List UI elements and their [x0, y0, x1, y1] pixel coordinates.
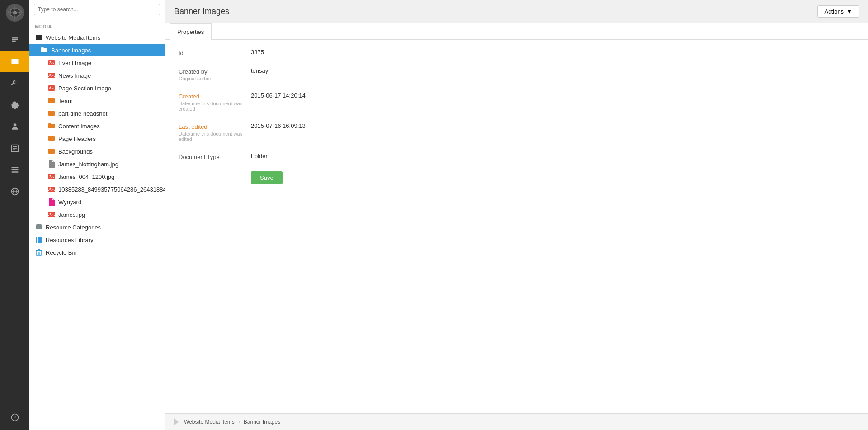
- breadcrumb: Website Media Items › Banner Images: [165, 413, 868, 430]
- app-logo: [6, 4, 24, 22]
- tree-item-label: Resource Categories: [46, 224, 101, 231]
- prop-label-created: Created Date/time this document was crea…: [179, 92, 251, 112]
- prop-row-id: Id 3875: [179, 49, 854, 56]
- folder-orange-icon: [47, 135, 56, 143]
- tab-properties[interactable]: Properties: [170, 23, 212, 40]
- prop-value-created-by: tensay: [251, 67, 268, 74]
- tree-item-label: Recycle Bin: [46, 249, 77, 256]
- tree-sidebar: MEDIA Website Media Items Banner Images …: [29, 0, 165, 430]
- nav-tools-icon[interactable]: [0, 72, 29, 94]
- svg-rect-16: [11, 167, 18, 168]
- tree-item-team[interactable]: Team: [29, 94, 165, 107]
- prop-value-last-edited: 2015-07-16 16:09:13: [251, 122, 306, 129]
- tree-item-label: part-time headshot: [58, 110, 107, 117]
- svg-rect-9: [11, 59, 18, 64]
- prop-value-created: 2015-06-17 14:20:14: [251, 92, 306, 99]
- nav-translation-icon[interactable]: [0, 181, 29, 202]
- svg-text:?: ?: [13, 415, 16, 420]
- recycle-bin-icon: [35, 248, 43, 257]
- nav-data-icon[interactable]: [0, 159, 29, 181]
- tree-item-label: Event Image: [58, 60, 91, 66]
- prop-label-last-edited: Last edited Date/time this document was …: [179, 122, 251, 142]
- tree-item-banner-images[interactable]: Banner Images: [29, 44, 165, 56]
- image-file-icon: [47, 173, 56, 181]
- prop-row-save: Save: [179, 171, 854, 184]
- svg-rect-39: [39, 237, 41, 243]
- svg-rect-28: [48, 85, 55, 91]
- tree-item-label: Backgrounds: [58, 148, 93, 155]
- save-button[interactable]: Save: [251, 171, 283, 184]
- tree-item-event-image[interactable]: Event Image: [29, 56, 165, 69]
- file-icon: [47, 160, 56, 168]
- tree-item-resources-library[interactable]: Resources Library: [29, 234, 165, 246]
- tree-item-website-media[interactable]: Website Media Items: [29, 31, 165, 44]
- tree-item-resource-categories[interactable]: Resource Categories: [29, 221, 165, 234]
- svg-rect-17: [11, 169, 18, 170]
- tree-item-page-headers[interactable]: Page Headers: [29, 132, 165, 145]
- tree-item-james-004[interactable]: James_004_1200.jpg: [29, 170, 165, 183]
- tree-item-label: Content Images: [58, 123, 100, 130]
- image-file-icon: [47, 59, 56, 67]
- tree-item-label: Page Section Image: [58, 85, 111, 92]
- svg-rect-18: [11, 171, 18, 173]
- tree-item-label: James.jpg: [58, 211, 85, 218]
- nav-help-icon[interactable]: ?: [0, 407, 29, 428]
- tree-item-label: Wynyard: [58, 199, 81, 206]
- image-file-icon: [47, 185, 56, 193]
- svg-rect-38: [38, 237, 39, 243]
- svg-point-11: [13, 123, 16, 126]
- tree-item-label: James_004_1200.jpg: [58, 173, 114, 180]
- svg-rect-7: [12, 39, 18, 40]
- tree-item-recycle-bin[interactable]: Recycle Bin: [29, 246, 165, 259]
- prop-row-created-by: Created by Original author tensay: [179, 67, 854, 81]
- actions-chevron-icon: ▼: [846, 8, 852, 15]
- breadcrumb-item-1: Website Media Items: [184, 419, 235, 425]
- tree-item-content-images[interactable]: Content Images: [29, 120, 165, 132]
- tree-item-10385283[interactable]: 10385283_849935775064286_264318846475: [29, 183, 165, 196]
- prop-value-id: 3875: [251, 49, 264, 56]
- tree-item-backgrounds[interactable]: Backgrounds: [29, 145, 165, 158]
- tree-item-page-section-image[interactable]: Page Section Image: [29, 82, 165, 94]
- prop-label-created-by: Created by Original author: [179, 67, 251, 81]
- icon-sidebar: ?: [0, 0, 29, 430]
- tree-item-wynyard[interactable]: Wynyard: [29, 196, 165, 208]
- tree-item-label: 10385283_849935775064286_264318846475: [58, 186, 165, 193]
- page-title: Banner Images: [174, 7, 229, 16]
- tabs-bar: Properties: [165, 23, 868, 40]
- tree-item-label: Banner Images: [51, 47, 91, 54]
- image-file-icon: [47, 210, 56, 219]
- folder-orange-icon: [47, 97, 56, 105]
- properties-panel: Id 3875 Created by Original author tensa…: [165, 40, 868, 204]
- svg-rect-24: [48, 60, 55, 65]
- tree-item-label: Page Headers: [58, 136, 96, 142]
- svg-rect-8: [12, 41, 15, 42]
- tree-item-label: Team: [58, 98, 73, 104]
- nav-users-icon[interactable]: [0, 116, 29, 137]
- nav-media-icon[interactable]: [0, 51, 29, 72]
- actions-label: Actions: [824, 8, 844, 15]
- svg-rect-32: [48, 187, 55, 192]
- database-icon: [35, 223, 43, 231]
- svg-rect-34: [48, 212, 55, 217]
- svg-rect-26: [48, 73, 55, 78]
- actions-button[interactable]: Actions ▼: [817, 5, 859, 18]
- tree-item-james-nottingham[interactable]: James_Nottingham.jpg: [29, 158, 165, 170]
- tree-item-part-time-headshot[interactable]: part-time headshot: [29, 107, 165, 120]
- nav-forms-icon[interactable]: [0, 137, 29, 159]
- nav-content-icon[interactable]: [0, 29, 29, 51]
- tree-item-news-image[interactable]: News Image: [29, 69, 165, 82]
- svg-rect-37: [36, 237, 37, 243]
- svg-rect-13: [13, 146, 16, 147]
- tree-item-james-jpg[interactable]: James.jpg: [29, 208, 165, 221]
- prop-row-created: Created Date/time this document was crea…: [179, 92, 854, 112]
- folder-orange-icon: [47, 109, 56, 117]
- media-section-label: MEDIA: [29, 19, 165, 31]
- breadcrumb-arrow-icon: [174, 418, 179, 425]
- main-content: Banner Images Actions ▼ Properties Id 38…: [165, 0, 868, 430]
- nav-settings-icon[interactable]: [0, 94, 29, 116]
- image-file-icon: [47, 84, 56, 92]
- folder-orange-icon: [47, 122, 56, 130]
- prop-label-id: Id: [179, 49, 251, 56]
- tree-item-label: News Image: [58, 72, 91, 79]
- search-input[interactable]: [34, 4, 160, 15]
